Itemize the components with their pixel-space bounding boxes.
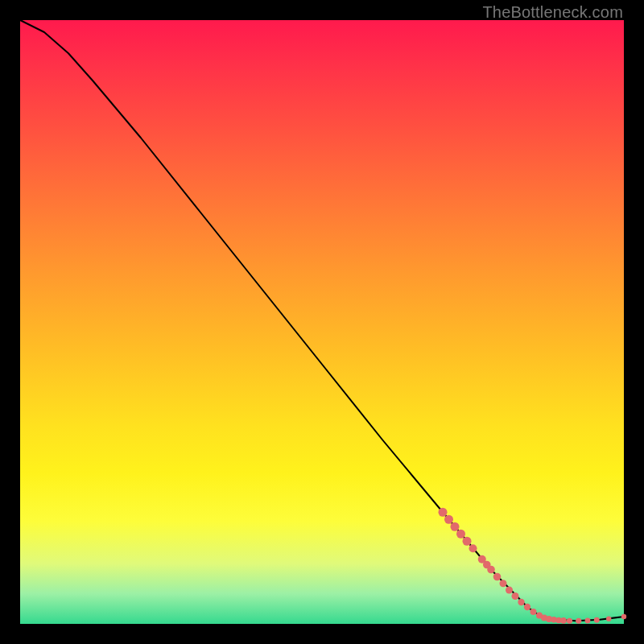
- data-point: [560, 617, 567, 624]
- data-point: [451, 522, 460, 531]
- data-point: [594, 617, 600, 623]
- data-point: [487, 566, 495, 574]
- data-point: [444, 515, 453, 524]
- data-point: [439, 508, 448, 517]
- attribution-label: TheBottleneck.com: [482, 3, 623, 22]
- chart-overlay: [20, 20, 624, 624]
- data-point: [493, 573, 502, 581]
- data-point: [585, 617, 591, 623]
- data-point: [567, 618, 572, 624]
- highlighted-points: [439, 508, 627, 624]
- data-point: [518, 599, 524, 605]
- data-point: [576, 618, 581, 624]
- data-point: [469, 544, 477, 552]
- data-point: [456, 530, 465, 539]
- curve-path: [20, 20, 624, 621]
- data-point: [463, 537, 472, 546]
- chart-frame: TheBottleneck.com: [0, 0, 644, 644]
- data-point: [506, 587, 513, 594]
- bottleneck-curve: [20, 20, 624, 621]
- data-point: [606, 616, 611, 621]
- data-point: [530, 609, 537, 615]
- data-point: [500, 580, 507, 587]
- data-point: [524, 604, 530, 610]
- data-point: [621, 614, 626, 619]
- data-point: [512, 592, 519, 600]
